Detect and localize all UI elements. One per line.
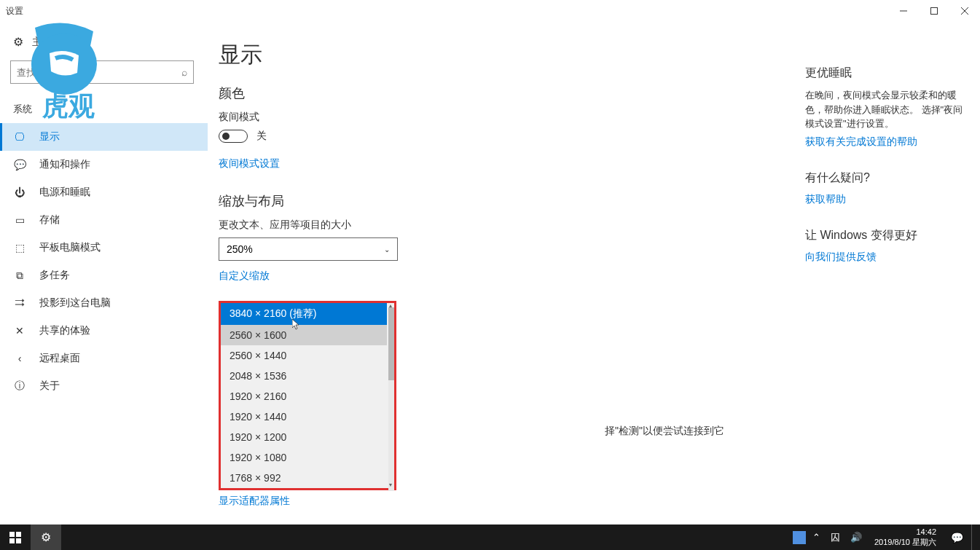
- nav-label: 电源和睡眠: [39, 186, 90, 199]
- nav-label: 远程桌面: [39, 352, 80, 365]
- nav-label: 存储: [39, 213, 60, 227]
- show-desktop-button[interactable]: [971, 525, 976, 550]
- scroll-down-arrow[interactable]: ▼: [387, 482, 394, 488]
- nav-label: 显示: [39, 130, 60, 144]
- system-tray: ⌃ 囚 🔊 14:42 2019/8/10 星期六 💬: [793, 525, 980, 550]
- svg-rect-6: [9, 532, 15, 537]
- svg-rect-1: [931, 8, 938, 15]
- nav-label: 共享的体验: [39, 324, 90, 337]
- nav-tablet[interactable]: ⬚ 平板电脑模式: [0, 234, 208, 262]
- scale-label: 更改文本、应用等项目的大小: [219, 219, 805, 232]
- resolution-option[interactable]: 2048 × 1536: [221, 366, 387, 386]
- sleep-help-link[interactable]: 获取有关完成设置的帮助: [805, 135, 965, 149]
- page-title: 显示: [219, 40, 805, 70]
- maximize-button[interactable]: [919, 0, 949, 22]
- action-center-icon[interactable]: 💬: [945, 532, 968, 543]
- minimize-button[interactable]: [888, 0, 919, 22]
- resolution-dropdown-open: ▲ 3840 × 2160 (推荐) 2560 × 1600 2560 × 14…: [219, 301, 396, 490]
- power-icon: ⏻: [13, 186, 26, 199]
- ime-icon[interactable]: 囚: [827, 531, 844, 544]
- home-button[interactable]: ⚙ 主页: [0, 29, 208, 55]
- sleep-help-title: 更优睡眠: [805, 66, 965, 81]
- custom-scaling-link[interactable]: 自定义缩放: [219, 270, 270, 283]
- window-controls: [888, 0, 980, 22]
- remote-icon: ‹: [13, 352, 26, 365]
- right-panel: 更优睡眠 在晚间，夜间模式会显示较柔和的暖色，帮助你进入睡眠状态。 选择"夜间模…: [805, 22, 980, 525]
- night-mode-settings-link[interactable]: 夜间模式设置: [219, 157, 280, 170]
- scrollbar-thumb[interactable]: [388, 307, 394, 380]
- resolution-option[interactable]: 3840 × 2160 (推荐): [221, 303, 387, 325]
- better-title: 让 Windows 变得更好: [805, 228, 965, 243]
- nav-label: 关于: [39, 380, 60, 393]
- start-button[interactable]: [0, 525, 31, 550]
- nav-power[interactable]: ⏻ 电源和睡眠: [0, 178, 208, 206]
- svg-rect-8: [9, 538, 15, 543]
- notification-icon: 💬: [13, 158, 26, 171]
- search-input[interactable]: ⌕: [10, 60, 194, 84]
- scrollbar-track[interactable]: [388, 307, 394, 491]
- info-icon: ⓘ: [13, 380, 26, 393]
- tablet-icon: ⬚: [13, 241, 26, 254]
- get-help-link[interactable]: 获取帮助: [805, 193, 965, 206]
- taskbar: ⚙ ⌃ 囚 🔊 14:42 2019/8/10 星期六 💬: [0, 525, 980, 550]
- resolution-option[interactable]: 1920 × 1200: [221, 427, 387, 447]
- sidebar: ⚙ 主页 ⌕ 系统 🖵 显示 💬 通知和操作 ⏻ 电源和睡眠 ▭ 存储 ⬚ 平板…: [0, 22, 208, 525]
- feedback-link[interactable]: 向我们提供反馈: [805, 251, 965, 264]
- nav-project[interactable]: ⮆ 投影到这台电脑: [0, 289, 208, 317]
- nav-label: 平板电脑模式: [39, 241, 101, 254]
- resolution-option[interactable]: 1768 × 992: [221, 468, 387, 488]
- volume-icon[interactable]: 🔊: [847, 532, 866, 543]
- resolution-option[interactable]: 2560 × 1440: [221, 345, 387, 366]
- clock-date: 2019/8/10 星期六: [874, 538, 936, 548]
- nav-label: 通知和操作: [39, 158, 90, 171]
- sleep-help-text: 在晚间，夜间模式会显示较柔和的暖色，帮助你进入睡眠状态。 选择"夜间模式设置"进…: [805, 88, 965, 131]
- chevron-down-icon: ⌄: [384, 245, 390, 254]
- night-mode-label: 夜间模式: [219, 111, 805, 124]
- resolution-option[interactable]: 1920 × 1080: [221, 447, 387, 468]
- multitask-icon: ⧉: [13, 269, 26, 282]
- svg-rect-9: [16, 538, 21, 543]
- nav-about[interactable]: ⓘ 关于: [0, 372, 208, 400]
- nav-remote[interactable]: ‹ 远程桌面: [0, 345, 208, 372]
- tray-app-icon[interactable]: [793, 531, 806, 544]
- title-bar: 设置: [0, 0, 980, 22]
- main-content: 显示 颜色 夜间模式 关 夜间模式设置 缩放与布局 更改文本、应用等项目的大小 …: [208, 22, 805, 525]
- nav-display[interactable]: 🖵 显示: [0, 123, 208, 151]
- shared-icon: ✕: [13, 324, 26, 337]
- nav-notifications[interactable]: 💬 通知和操作: [0, 151, 208, 178]
- resolution-option[interactable]: 1920 × 2160: [221, 386, 387, 406]
- resolution-option[interactable]: 2560 × 1600: [221, 325, 387, 345]
- search-icon: ⌕: [181, 66, 187, 78]
- scale-section-title: 缩放与布局: [219, 192, 805, 210]
- storage-icon: ▭: [13, 213, 26, 227]
- window-title: 设置: [6, 5, 23, 17]
- color-section-title: 颜色: [219, 85, 805, 102]
- scale-dropdown[interactable]: 250% ⌄: [219, 237, 398, 261]
- nav-label: 多任务: [39, 269, 70, 282]
- home-label: 主页: [32, 36, 52, 49]
- close-button[interactable]: [949, 0, 980, 22]
- nav-multitask[interactable]: ⧉ 多任务: [0, 262, 208, 289]
- search-field[interactable]: [17, 67, 181, 78]
- scale-value: 250%: [227, 243, 253, 255]
- resolution-option[interactable]: 1920 × 1440: [221, 406, 387, 427]
- question-title: 有什么疑问?: [805, 170, 965, 186]
- gear-icon: ⚙: [13, 35, 23, 49]
- nav-label: 投影到这台电脑: [39, 296, 111, 310]
- toggle-state: 关: [256, 130, 267, 143]
- clock-time: 14:42: [874, 527, 936, 538]
- category-label: 系统: [0, 90, 208, 123]
- monitor-icon: 🖵: [13, 130, 26, 144]
- tray-chevron-up-icon[interactable]: ⌃: [809, 532, 824, 543]
- nav-storage[interactable]: ▭ 存储: [0, 206, 208, 234]
- project-icon: ⮆: [13, 296, 26, 310]
- taskbar-settings[interactable]: ⚙: [31, 525, 61, 550]
- svg-rect-7: [16, 532, 21, 537]
- taskbar-clock[interactable]: 14:42 2019/8/10 星期六: [869, 527, 942, 548]
- detect-hint-text: 择"检测"以便尝试连接到它: [605, 425, 724, 438]
- nav-shared[interactable]: ✕ 共享的体验: [0, 317, 208, 345]
- adapter-properties-link[interactable]: 显示适配器属性: [219, 495, 290, 508]
- night-mode-toggle[interactable]: [219, 130, 248, 143]
